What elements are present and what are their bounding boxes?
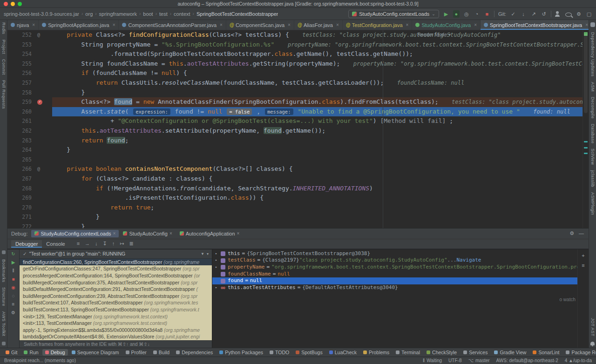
- frame-row[interactable]: getOrFindConfigurationClasses:247, Sprin…: [20, 265, 212, 272]
- editor-scrollbar[interactable]: [582, 30, 589, 228]
- tool-stripe-button-database[interactable]: Database: [590, 124, 595, 144]
- close-tab-icon[interactable]: ×: [113, 22, 115, 27]
- close-tab-icon[interactable]: ×: [237, 231, 240, 236]
- breadcrumb-item[interactable]: springframework: [99, 11, 137, 17]
- user-icon[interactable]: [555, 11, 562, 17]
- tool-window-button-spotbugs[interactable]: SpotBugs: [293, 349, 325, 356]
- close-tab-icon[interactable]: ×: [474, 22, 477, 27]
- scrollbar-thumb[interactable]: [584, 34, 588, 113]
- line-number[interactable]: 261: [7, 116, 35, 126]
- tool-window-button-sonarlint[interactable]: SonarLint: [530, 349, 562, 356]
- code-line[interactable]: 264 }: [7, 145, 589, 155]
- breadcrumb-item[interactable]: test: [159, 11, 168, 17]
- tool-stripe-button-jclasslib[interactable]: jclasslib: [590, 170, 595, 187]
- bug-tool-icon[interactable]: [2, 250, 6, 254]
- resume-button[interactable]: ▶: [12, 260, 15, 265]
- variable-row[interactable]: foundClassName=null: [212, 271, 577, 278]
- close-tab-icon[interactable]: ×: [585, 22, 588, 27]
- close-tab-icon[interactable]: ×: [169, 231, 172, 236]
- breadcrumb-item[interactable]: org: [85, 11, 93, 17]
- stop-button[interactable]: ■: [12, 277, 14, 282]
- tool-window-button-dependencies[interactable]: Dependencies: [173, 349, 216, 356]
- code-line[interactable]: 261 + "@ContextConfiguration or @SpringB…: [7, 116, 589, 126]
- hide-icon[interactable]: —: [579, 230, 584, 236]
- stop-button[interactable]: ■: [484, 10, 490, 18]
- line-number[interactable]: 263: [7, 136, 35, 146]
- search-icon[interactable]: [565, 13, 572, 17]
- expand-arrow-icon[interactable]: ▸: [215, 250, 220, 257]
- status-widget-4-up-to-da[interactable]: 4 ▲/up-to-da: [565, 358, 592, 363]
- tool-stripe-button-aws-toolkit[interactable]: AWS Toolkit: [1, 311, 6, 337]
- code-line[interactable]: 263 return found;: [7, 136, 589, 146]
- layout-icon[interactable]: ▢: [586, 10, 592, 18]
- tool-window-button-run[interactable]: Run: [21, 349, 41, 356]
- git-rollback-button[interactable]: ↺: [541, 10, 547, 18]
- frame-row[interactable]: apply:-1, SpringExtension$$Lambda$355/0x…: [20, 327, 212, 334]
- code-line[interactable]: 258 }: [7, 88, 589, 98]
- step-out-icon[interactable]: ↑: [112, 241, 115, 247]
- code-line[interactable]: 255 String foundClassName = this.aotTest…: [7, 59, 589, 69]
- status-widget-aws-default-ap-northeast-2[interactable]: AWS: default@ap-northeast-2: [496, 358, 558, 363]
- line-number[interactable]: 258: [7, 88, 35, 98]
- git-push-button[interactable]: ↗: [530, 10, 537, 18]
- view-breakpoints-button[interactable]: ◉: [11, 285, 15, 290]
- line-number[interactable]: 270: [7, 203, 35, 213]
- tool-stripe-button-redis[interactable]: Redis: [1, 22, 6, 34]
- status-message[interactable]: Breakpoint reach... (moments ago): [4, 358, 76, 363]
- notifications-bell-icon[interactable]: [590, 342, 595, 345]
- close-tab-icon[interactable]: ×: [336, 22, 339, 27]
- step-over-icon[interactable]: →: [85, 241, 90, 247]
- maximize-window-button[interactable]: [18, 2, 22, 6]
- status-widget-waiting[interactable]: ‖Waiting: [423, 358, 442, 363]
- breakpoint-icon[interactable]: [35, 97, 52, 107]
- settings-icon[interactable]: ⚙: [569, 230, 574, 236]
- tool-window-button-package-references[interactable]: Package References: [563, 349, 596, 356]
- code-line[interactable]: 262 this.aotTestAttributes.setAttribute(…: [7, 126, 589, 136]
- tool-stripe-button-jot-ast[interactable]: JOT AST: [590, 318, 595, 337]
- close-tab-icon[interactable]: ×: [288, 22, 291, 27]
- tool-stripe-button-project[interactable]: Project: [1, 40, 6, 54]
- frame-row[interactable]: <init>:129, TestContextManager (org.spri…: [20, 313, 212, 320]
- add-watch-icon[interactable]: +: [582, 253, 584, 258]
- restore-layout-icon[interactable]: ≡: [77, 241, 80, 247]
- terminal-tool-icon[interactable]: [2, 342, 6, 345]
- minimize-window-button[interactable]: [11, 2, 15, 6]
- frame-row[interactable]: buildMergedContextConfiguration:239, Abs…: [20, 293, 212, 300]
- code-line[interactable]: 266@ private boolean containsNonTestComp…: [7, 164, 589, 174]
- frame-row[interactable]: lambda$getOrComputeIfAbsent$4:86, Extens…: [20, 333, 212, 340]
- line-number[interactable]: 272: [7, 222, 35, 228]
- breadcrumb-item[interactable]: spring-boot-test-3.0.9-sources.jar: [4, 11, 79, 17]
- tool-window-button-todo[interactable]: TODO: [267, 349, 292, 356]
- code-line[interactable]: 253 String propertyName = "%s.SpringBoot…: [7, 40, 589, 50]
- line-number[interactable]: 264: [7, 145, 35, 155]
- tool-stripe-button-sciview[interactable]: SciView: [590, 148, 595, 165]
- editor-tab[interactable]: @TestConfiguration.java×: [343, 20, 413, 30]
- editor[interactable]: 252@ private Class<?> findConfigurationC…: [7, 30, 589, 228]
- force-step-into-icon[interactable]: ↧: [103, 241, 107, 247]
- editor-tab[interactable]: SpringBootApplication.java×: [39, 20, 119, 30]
- variable-row[interactable]: ▸this={SpringBootTestContextBootstrapper…: [212, 250, 577, 257]
- frame-row[interactable]: buildMergedContextConfiguration:375, Abs…: [20, 279, 212, 286]
- frame-row[interactable]: processMergedContextConfiguration:164, S…: [20, 272, 212, 279]
- expand-arrow-icon[interactable]: ▸: [215, 264, 220, 271]
- editor-tab[interactable]: njava×: [7, 20, 39, 30]
- breadcrumb-item[interactable]: SpringBootTestContextBootstrapper: [196, 11, 278, 17]
- tool-window-button-services[interactable]: Services: [461, 349, 490, 356]
- tool-stripe-button-commit[interactable]: Commit: [1, 59, 6, 75]
- tool-window-button-git[interactable]: Git: [3, 349, 20, 356]
- tool-window-button-terminal[interactable]: Terminal: [393, 349, 423, 356]
- line-number[interactable]: 271: [7, 212, 35, 222]
- tool-stripe-button-dependency-updates[interactable]: Dependency Updates: [590, 32, 595, 77]
- expand-arrow-icon[interactable]: ▸: [215, 284, 220, 291]
- git-update-button[interactable]: ↓: [520, 10, 527, 18]
- debug-tab[interactable]: StudyAutoConfig.contextLoads×: [31, 230, 119, 237]
- code-line[interactable]: 269 .isPresent(TestConfiguration.class))…: [7, 193, 589, 203]
- line-number[interactable]: 260: [7, 107, 35, 117]
- close-tab-icon[interactable]: ×: [113, 231, 116, 236]
- tool-window-button-luacheck[interactable]: LuaCheck: [326, 349, 359, 356]
- code-line[interactable]: 270 return true;: [7, 203, 589, 213]
- tool-stripe-button-decompile[interactable]: Decompile: [590, 97, 595, 119]
- code-area[interactable]: 252@ private Class<?> findConfigurationC…: [7, 30, 589, 228]
- line-number[interactable]: 266: [7, 164, 35, 174]
- breadcrumb-item[interactable]: boot: [143, 11, 153, 17]
